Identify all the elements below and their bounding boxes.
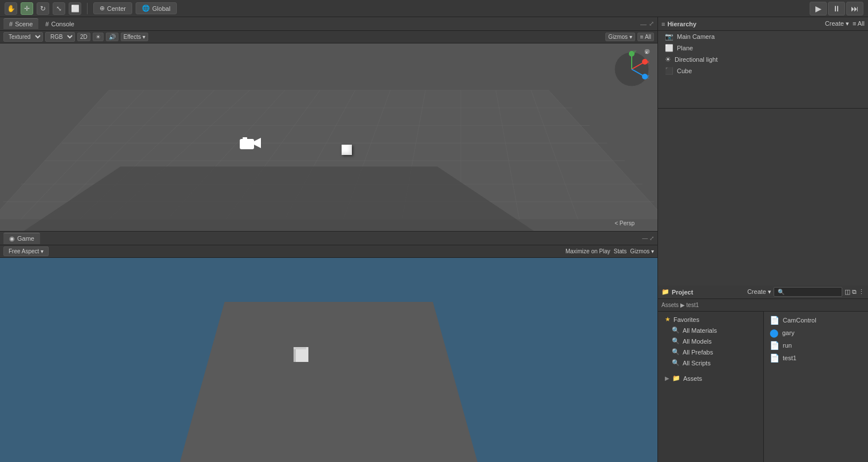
2d-btn[interactable]: 2D: [77, 33, 90, 41]
tree-all-models[interactable]: 🔍 All Models: [658, 336, 763, 346]
scale-tool-btn[interactable]: ⤡: [53, 2, 65, 15]
svg-marker-25: [254, 138, 261, 148]
layers-icon: ≡: [640, 34, 644, 40]
tree-divider: [658, 368, 763, 373]
game-gizmos-arrow: ▾: [651, 248, 654, 254]
hierarchy-header: ≡ Hierarchy Create ▾ ≡ All: [658, 17, 868, 31]
svg-text:x: x: [645, 50, 648, 55]
effects-label: Effects: [124, 34, 141, 40]
scene-hash-icon: #: [9, 21, 13, 27]
svg-text:Y: Y: [633, 49, 637, 54]
pause-btn[interactable]: ⏸: [828, 2, 845, 15]
audio-btn[interactable]: 🔊: [106, 33, 118, 41]
camera-icon: 📷: [665, 33, 673, 41]
project-search-input[interactable]: [774, 287, 842, 297]
asset-item-test1[interactable]: 📄 test1: [766, 352, 866, 364]
shading-select[interactable]: Textured: [3, 32, 43, 42]
directional-light-label: Directional light: [675, 56, 718, 63]
gizmos-btn[interactable]: Gizmos ▾: [605, 33, 635, 41]
cube-label: Cube: [677, 67, 692, 74]
scene-viewport[interactable]: Y X Z x < Persp: [0, 43, 657, 231]
scene-panel: # Scene # Console — ⤢ Textured RGB: [0, 17, 657, 232]
test1-label: test1: [783, 355, 796, 361]
scene-maximize-btn[interactable]: —: [640, 21, 647, 27]
project-menu-icon[interactable]: ⋮: [858, 288, 865, 296]
rect-tool-btn[interactable]: ⬜: [69, 2, 81, 15]
asset-item-gary[interactable]: ⬤ gary: [766, 326, 866, 339]
top-toolbar: ✋ ✛ ↻ ⤡ ⬜ ⊕ Center 🌐 Global ▶ ⏸ ⏭: [0, 0, 868, 17]
all-scripts-label: All Scripts: [683, 360, 711, 367]
project-panel: 📁 Project Create ▾ ◫ ⧉ ⋮ Assets ▶ test1: [658, 285, 868, 462]
channel-select[interactable]: RGB: [45, 32, 75, 42]
move-tool-btn[interactable]: ✛: [21, 2, 33, 15]
asset-item-camcontrol[interactable]: 📄 CamControl: [766, 314, 866, 326]
project-expand-icon[interactable]: ⧉: [852, 288, 857, 296]
game-viewport[interactable]: [0, 258, 657, 462]
hierarchy-item-directional-light[interactable]: ☀ Directional light: [658, 54, 868, 65]
hierarchy-item-main-camera[interactable]: 📷 Main Camera: [658, 31, 868, 42]
pivot-icon: ⊕: [100, 5, 105, 12]
persp-label: < Persp: [615, 220, 635, 226]
hierarchy-create-btn[interactable]: Create ▾: [825, 20, 849, 27]
global-btn[interactable]: 🌐 Global: [136, 3, 176, 14]
tree-all-materials[interactable]: 🔍 All Materials: [658, 325, 763, 336]
tab-game[interactable]: ◉ Game: [3, 233, 40, 244]
breadcrumb: Assets ▶ test1: [661, 302, 699, 308]
all-materials-label: All Materials: [683, 327, 717, 334]
project-collapse-icon[interactable]: ◫: [845, 288, 850, 296]
svg-text:Z: Z: [647, 74, 649, 79]
gary-icon: ⬤: [770, 328, 779, 337]
star-icon: ★: [665, 316, 671, 323]
main-layout: # Scene # Console — ⤢ Textured RGB: [0, 17, 868, 462]
game-gizmos-btn[interactable]: Gizmos ▾: [630, 248, 654, 254]
project-content: ★ Favorites 🔍 All Materials 🔍 All Models…: [658, 312, 868, 462]
asset-item-run[interactable]: 📄 run: [766, 339, 866, 352]
tree-all-prefabs[interactable]: 🔍 All Prefabs: [658, 346, 763, 357]
stats-btn[interactable]: Stats: [614, 248, 627, 254]
scene-tab-label: Scene: [15, 21, 33, 27]
aspect-dropdown[interactable]: Free Aspect ▾: [3, 246, 49, 256]
center-btn[interactable]: ⊕ Center: [94, 3, 132, 14]
hdr-btn[interactable]: ☀: [93, 33, 104, 41]
maximize-on-play-btn[interactable]: Maximize on Play: [565, 248, 610, 254]
hand-tool-btn[interactable]: ✋: [5, 2, 17, 15]
tree-expand-icon: ▶: [665, 375, 669, 381]
cube-icon: ⬛: [665, 67, 673, 75]
project-title: Project: [672, 289, 693, 296]
console-hash-icon: #: [45, 21, 49, 27]
effects-arrow: ▾: [142, 34, 145, 40]
hierarchy-item-cube[interactable]: ⬛ Cube: [658, 65, 868, 77]
pivot-group: ⊕ Center: [93, 2, 132, 14]
step-btn[interactable]: ⏭: [846, 2, 863, 15]
project-create-btn[interactable]: Create ▾: [747, 288, 771, 296]
rotate-tool-btn[interactable]: ↻: [37, 2, 49, 15]
hierarchy-all-btn[interactable]: ≡ All: [853, 20, 865, 27]
tree-assets[interactable]: ▶ 📁 Assets: [658, 373, 763, 384]
game-tab-bar: ◉ Game — ⤢: [0, 232, 657, 245]
space-group: 🌐 Global: [136, 2, 177, 14]
hierarchy-item-plane[interactable]: ⬜ Plane: [658, 42, 868, 54]
play-btn[interactable]: ▶: [810, 2, 827, 15]
effects-btn[interactable]: Effects ▾: [121, 33, 148, 41]
favorites-label: Favorites: [673, 316, 699, 323]
tree-favorites[interactable]: ★ Favorites: [658, 314, 763, 325]
tree-all-scripts[interactable]: 🔍 All Scripts: [658, 357, 763, 368]
gizmos-arrow: ▾: [629, 34, 632, 40]
all-models-label: All Models: [683, 338, 712, 345]
game-maximize-btn[interactable]: — ⤢: [642, 235, 654, 241]
globe-icon: 🌐: [142, 5, 150, 12]
tab-console[interactable]: # Console: [39, 19, 80, 29]
folder-icon-assets: 📁: [672, 375, 680, 382]
all-btn[interactable]: ≡ All: [637, 33, 654, 41]
hierarchy-list: 📷 Main Camera ⬜ Plane ☀ Directional ligh…: [658, 31, 868, 77]
game-panel: ◉ Game — ⤢ Free Aspect ▾ Maximize on Pla…: [0, 232, 657, 462]
scene-expand-btn[interactable]: ⤢: [649, 20, 654, 27]
sep1: [87, 3, 88, 14]
scene-panel-maximize: — ⤢: [640, 20, 654, 27]
scene-tab-bar: # Scene # Console — ⤢: [0, 17, 657, 31]
gizmos-label: Gizmos: [608, 34, 628, 40]
project-header: 📁 Project Create ▾ ◫ ⧉ ⋮: [658, 285, 868, 299]
game-toolbar: Free Aspect ▾ Maximize on Play Stats Giz…: [0, 245, 657, 258]
tab-scene[interactable]: # Scene: [3, 18, 38, 29]
game-tab-label: Game: [17, 235, 34, 242]
